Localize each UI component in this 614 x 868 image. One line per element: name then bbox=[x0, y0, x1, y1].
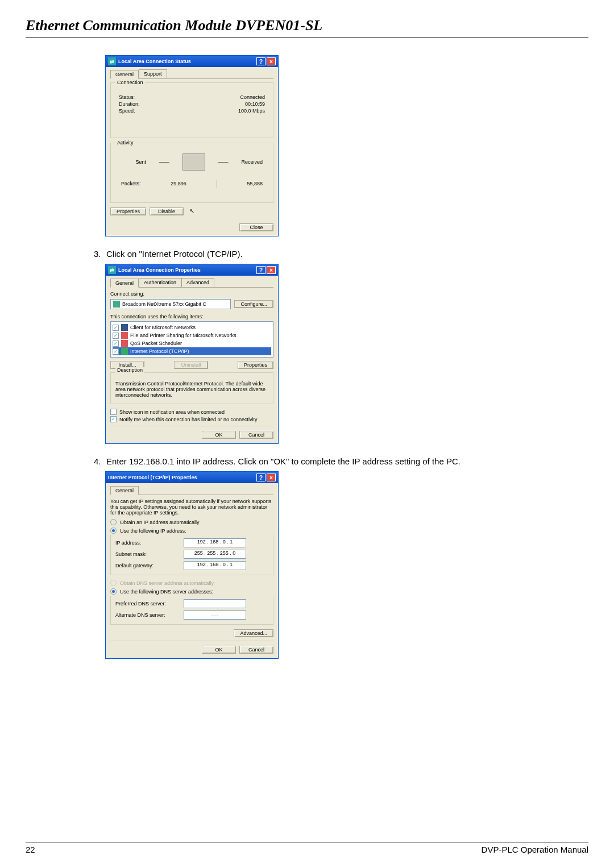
tab-general[interactable]: General bbox=[110, 279, 139, 288]
page-footer: 22 DVP-PLC Operation Manual bbox=[26, 842, 588, 854]
status-label: Status: bbox=[119, 94, 135, 100]
packets-label: Packets: bbox=[121, 181, 141, 186]
service-icon bbox=[121, 332, 128, 339]
checkbox-icon[interactable]: ✓ bbox=[113, 325, 119, 331]
sent-label: Sent bbox=[135, 159, 146, 165]
obtain-ip-label: Obtain an IP address automatically bbox=[120, 520, 199, 525]
tab-advanced[interactable]: Advanced bbox=[181, 278, 214, 287]
packets-received: 55,888 bbox=[247, 181, 263, 186]
connect-using-label: Connect using: bbox=[110, 291, 273, 297]
tab-support[interactable]: Support bbox=[139, 69, 167, 78]
help-icon[interactable]: ? bbox=[256, 474, 265, 481]
activity-icon bbox=[182, 153, 205, 171]
step-4-number: 4. bbox=[94, 456, 106, 466]
checkbox-icon[interactable] bbox=[110, 409, 117, 415]
tcpip-titlebar: Internet Protocol (TCP/IP) Properties ? … bbox=[106, 472, 278, 483]
default-gateway-label: Default gateway: bbox=[115, 563, 184, 568]
tab-general[interactable]: General bbox=[110, 70, 139, 79]
subnet-mask-input[interactable]: 255 . 255 . 255 . 0 bbox=[184, 550, 246, 559]
status-value: Connected bbox=[240, 94, 265, 100]
ip-address-label: IP address: bbox=[115, 540, 184, 546]
packets-sent: 29,896 bbox=[171, 181, 186, 186]
connection-group-label: Connection bbox=[115, 80, 145, 85]
duration-label: Duration: bbox=[119, 101, 140, 107]
connection-icon: ⇄ bbox=[108, 266, 116, 274]
radio-use-ip[interactable] bbox=[110, 528, 117, 534]
title-rule bbox=[26, 38, 588, 38]
alternate-dns-label: Alternate DNS server: bbox=[115, 612, 184, 618]
received-label: Received bbox=[241, 159, 263, 165]
client-icon bbox=[121, 324, 128, 331]
connection-icon: ⇄ bbox=[108, 57, 116, 65]
checkbox-icon[interactable]: ✓ bbox=[113, 333, 119, 339]
close-button[interactable]: Close bbox=[239, 223, 273, 231]
adapter-name: Broadcom NetXtreme 57xx Gigabit C bbox=[122, 301, 206, 307]
uninstall-button: Uninstall bbox=[174, 361, 208, 369]
description-label: Description bbox=[115, 367, 144, 373]
cursor-icon: ↖ bbox=[189, 207, 194, 215]
configure-button[interactable]: Configure... bbox=[234, 300, 273, 308]
properties-button[interactable]: Properties bbox=[110, 207, 146, 215]
footer-rule bbox=[26, 842, 588, 842]
items-list[interactable]: ✓Client for Microsoft Networks ✓File and… bbox=[110, 321, 273, 358]
notify-label: Notify me when this connection has limit… bbox=[119, 417, 258, 422]
footer-right-text: DVP-PLC Operation Manual bbox=[482, 845, 588, 854]
tab-general[interactable]: General bbox=[110, 486, 139, 495]
obtain-dns-label: Obtain DNS server address automatically bbox=[120, 580, 214, 586]
preferred-dns-label: Preferred DNS server: bbox=[115, 601, 184, 607]
protocol-icon bbox=[121, 348, 128, 355]
tcpip-dialog: Internet Protocol (TCP/IP) Properties ? … bbox=[105, 471, 279, 659]
close-icon[interactable]: × bbox=[267, 57, 276, 65]
step-3-text: Click on "Internet Protocol (TCP/IP). bbox=[106, 249, 588, 259]
step-4-text: Enter 192.168.0.1 into IP address. Click… bbox=[106, 456, 588, 466]
doc-title: Ethernet Communication Module DVPEN01-SL bbox=[26, 17, 588, 34]
status-titlebar: ⇄ Local Area Connection Status ? × bbox=[106, 56, 278, 67]
checkbox-icon[interactable]: ✓ bbox=[113, 348, 119, 355]
tcpip-title: Internet Protocol (TCP/IP) Properties bbox=[108, 475, 197, 480]
radio-obtain-ip[interactable] bbox=[110, 519, 117, 525]
radio-use-dns[interactable] bbox=[110, 588, 117, 595]
ip-address-input[interactable]: 192 . 168 . 0 . 1 bbox=[184, 538, 246, 547]
help-icon[interactable]: ? bbox=[256, 57, 265, 65]
tcpip-note: You can get IP settings assigned automat… bbox=[110, 499, 273, 516]
alternate-dns-input[interactable]: . . . bbox=[184, 610, 246, 620]
properties-titlebar: ⇄ Local Area Connection Properties ? × bbox=[106, 264, 278, 276]
checkbox-icon[interactable]: ✓ bbox=[113, 340, 119, 347]
service-icon bbox=[121, 340, 128, 347]
disable-button[interactable]: Disable bbox=[150, 207, 184, 215]
close-icon[interactable]: × bbox=[267, 474, 276, 481]
help-icon[interactable]: ? bbox=[256, 266, 265, 274]
radio-obtain-dns bbox=[110, 580, 117, 586]
tab-authentication[interactable]: Authentication bbox=[139, 278, 181, 287]
show-icon-label: Show icon in notification area when conn… bbox=[119, 409, 225, 415]
status-title: Local Area Connection Status bbox=[118, 59, 191, 64]
speed-label: Speed: bbox=[119, 108, 135, 114]
activity-group-label: Activity bbox=[115, 140, 135, 146]
duration-value: 00:10:59 bbox=[245, 101, 265, 107]
description-text: Transmission Control Protocol/Internet P… bbox=[115, 381, 268, 398]
advanced-button[interactable]: Advanced... bbox=[234, 629, 273, 637]
cancel-button[interactable]: Cancel bbox=[239, 646, 273, 654]
speed-value: 100.0 Mbps bbox=[238, 108, 265, 114]
list-item: File and Printer Sharing for Microsoft N… bbox=[130, 333, 237, 338]
subnet-mask-label: Subnet mask: bbox=[115, 551, 184, 557]
status-dialog: ⇄ Local Area Connection Status ? × Gener… bbox=[105, 55, 279, 236]
cancel-button[interactable]: Cancel bbox=[239, 431, 273, 439]
use-ip-label: Use the following IP address: bbox=[120, 528, 186, 534]
close-icon[interactable]: × bbox=[267, 266, 276, 274]
preferred-dns-input[interactable]: . . . bbox=[184, 599, 246, 608]
properties-title: Local Area Connection Properties bbox=[118, 267, 201, 273]
item-properties-button[interactable]: Properties bbox=[238, 361, 273, 369]
ok-button[interactable]: OK bbox=[202, 646, 236, 654]
step-3-number: 3. bbox=[94, 249, 106, 259]
use-dns-label: Use the following DNS server addresses: bbox=[120, 589, 213, 595]
default-gateway-input[interactable]: 192 . 168 . 0 . 1 bbox=[184, 561, 246, 570]
list-item: QoS Packet Scheduler bbox=[130, 340, 182, 346]
checkbox-icon[interactable]: ✓ bbox=[110, 416, 117, 422]
ok-button[interactable]: OK bbox=[202, 431, 236, 439]
page-number: 22 bbox=[26, 845, 35, 854]
list-item: Client for Microsoft Networks bbox=[130, 325, 196, 330]
list-item-selected: Internet Protocol (TCP/IP) bbox=[130, 348, 189, 354]
items-label: This connection uses the following items… bbox=[110, 314, 273, 319]
adapter-icon bbox=[113, 301, 120, 308]
